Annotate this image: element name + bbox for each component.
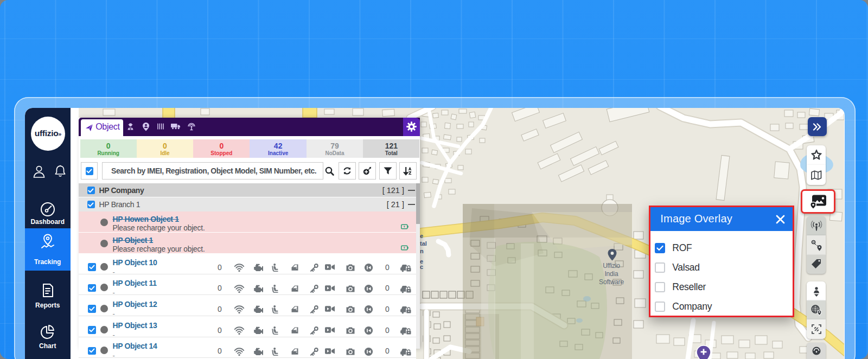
svg-text:India: India xyxy=(604,270,618,278)
svg-text:c: c xyxy=(420,264,423,270)
svg-text:tal: tal xyxy=(420,240,427,247)
svg-text:n: n xyxy=(420,248,424,254)
svg-text:Uffizio: Uffizio xyxy=(603,262,620,270)
svg-text:e: e xyxy=(420,233,423,239)
svg-text:Software: Software xyxy=(599,278,624,286)
